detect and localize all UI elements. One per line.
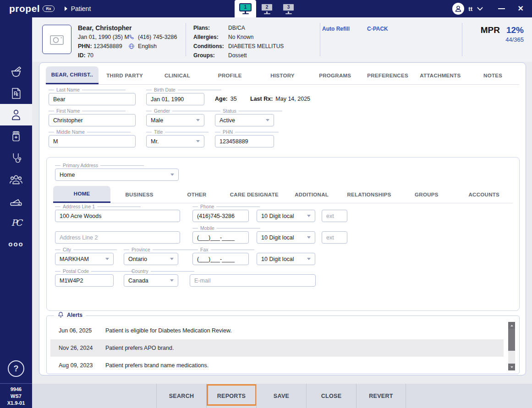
status-label: Status [215,108,274,114]
alerts-scrollbar[interactable] [508,322,515,370]
monitor-tab-1[interactable]: 1 [235,0,256,17]
groups-value: Dossett [228,51,284,60]
address-panel: Primary Address Home HOME BUSINESS OTHER… [46,157,520,311]
city-select[interactable]: MARKHAM [55,253,114,265]
first-name-field[interactable]: Christopher [49,114,136,126]
tab-groups[interactable]: GROUPS [398,186,455,203]
fax-field[interactable]: (___)___-____ [192,253,249,265]
middle-name-field[interactable]: M [49,135,136,147]
stethoscope-icon [10,152,22,164]
mobile-ext-field[interactable]: ext [322,231,347,244]
email-field[interactable]: E-mail [190,274,316,287]
alert-date: Aug 09, 2023 [59,362,98,369]
tab-patient-name[interactable]: BEAR, CHRIST.. [46,66,99,84]
phone-field[interactable]: (416)745-3286 [192,210,249,222]
mortar-pestle-icon [9,65,23,79]
tab-other[interactable]: OTHER [168,186,225,203]
workstation-id: WS7 [0,393,32,400]
tab-relationships[interactable]: RELATIONSHIPS [340,186,398,203]
user-avatar-icon [452,3,464,15]
chevron-down-icon [170,279,174,282]
last-name-field[interactable]: Bear [49,93,136,105]
tab-additional[interactable]: ADDITIONAL [283,186,340,203]
province-select[interactable]: Ontario [124,253,178,265]
help-button[interactable]: ? [8,360,24,377]
tab-clinical[interactable]: CLINICAL [151,66,204,84]
gender-select[interactable]: Male [146,114,204,126]
tab-history[interactable]: HISTORY [256,66,309,84]
close-window-button[interactable]: ✕ [518,5,524,12]
tab-profile[interactable]: PROFILE [203,66,256,84]
title-select[interactable]: Mr. [146,135,204,147]
scroll-down-button[interactable] [508,364,515,370]
alert-row[interactable]: Aug 09, 2023 Patient prefers brand name … [50,357,504,370]
alert-row[interactable]: Jun 06, 2025 Patient is eligible for Dia… [50,322,504,339]
banner-divider [462,23,462,56]
phn-field[interactable]: 123458889 [215,135,274,147]
sidebar-item-groups[interactable] [0,169,32,190]
scrollbar-thumb[interactable] [508,329,515,351]
primary-address-select[interactable]: Home [55,169,179,181]
tab-preferences[interactable]: PREFERENCES [362,66,414,84]
conditions-value: DIABETES MELLITUS [228,42,284,51]
tab-home[interactable]: HOME [53,186,110,203]
sidebar: PC ooo ? 9946 WS7 X1.9-01 [0,17,32,408]
status-select[interactable]: Active [215,114,274,126]
fax-format-select[interactable]: 10 Digit local [257,253,315,265]
tab-programs[interactable]: PROGRAMS [309,66,362,84]
mobile-format-select[interactable]: 10 Digit local [257,231,315,244]
phone-field-label: Phone [192,203,249,210]
tab-accounts[interactable]: ACCOUNTS [455,186,513,203]
tab-attachments[interactable]: ATTACHMENTS [414,66,466,84]
tab-business[interactable]: BUSINESS [110,186,168,203]
revert-button[interactable]: REVERT [356,384,406,408]
sidebar-item-prescriptions[interactable] [0,82,32,104]
tab-notes[interactable]: NOTES [466,66,519,84]
minimize-button[interactable] [498,8,505,9]
mobile-field[interactable]: (___)___-____ [192,231,249,244]
monitor-tabs: 1 2 3 [235,0,299,17]
sidebar-item-medications[interactable] [0,125,32,147]
alert-text: Patient is eligible for Diabetes Medicat… [105,327,232,334]
sidebar-item-pc[interactable]: PC [0,212,32,233]
mpr-summary: MPR 12% 44/365 [466,25,524,43]
close-button[interactable]: CLOSE [306,384,356,408]
sidebar-item-more[interactable]: ooo [0,233,32,255]
user-menu[interactable]: tt [452,0,483,17]
arrow-up-icon [510,325,513,326]
sidebar-item-patient[interactable] [0,104,32,125]
tab-third-party[interactable]: THIRD PARTY [99,66,151,84]
sidebar-item-compounding[interactable] [0,61,32,82]
alert-row[interactable]: Nov 26, 2024 Patient prefers APO brand. [50,339,504,357]
country-value: Canada [128,277,148,284]
chevron-down-icon[interactable] [477,6,483,11]
phone-ext-field[interactable]: ext [322,210,347,222]
address-line2-field[interactable]: Address Line 2 [55,231,180,244]
last-rx-label: Last Rx: [250,96,273,102]
tab-care-designate[interactable]: CARE DESIGNATE [225,186,283,203]
logo-rx-badge: Rx [43,5,55,12]
auto-refill-link[interactable]: Auto Refill [322,26,350,32]
birth-date-label: Birth Date [146,87,204,93]
phone-number: (416) 745-3286 [138,33,177,42]
alerts-title: Alerts [67,312,82,318]
reports-button[interactable]: REPORTS [206,384,256,408]
country-select[interactable]: Canada [124,274,178,287]
patient-photo-placeholder[interactable] [42,25,71,54]
monitor-tab-2[interactable]: 2 [256,0,278,17]
phone-format-value: 10 Digit local [261,213,294,219]
mobile-format-value: 10 Digit local [261,234,294,241]
patient-tabs: BEAR, CHRIST.. THIRD PARTY CLINICAL PROF… [46,66,519,85]
address-line1-field[interactable]: 100 Acre Woods [55,210,180,222]
sidebar-item-clinical[interactable] [0,147,32,169]
sidebar-item-scanner[interactable] [0,190,32,212]
phone-format-select[interactable]: 10 Digit local [257,210,315,222]
postal-code-field[interactable]: M1W4P2 [55,274,114,287]
cpack-link[interactable]: C-PACK [367,26,388,32]
monitor-tab-3[interactable]: 3 [278,0,299,17]
birth-date-field[interactable]: Jan 01, 1990 [146,93,204,105]
scroll-up-button[interactable] [508,322,515,329]
search-button[interactable]: SEARCH [156,384,206,408]
save-button[interactable]: SAVE [256,384,306,408]
app-window: propel Rx Patient 1 2 3 [0,0,532,408]
